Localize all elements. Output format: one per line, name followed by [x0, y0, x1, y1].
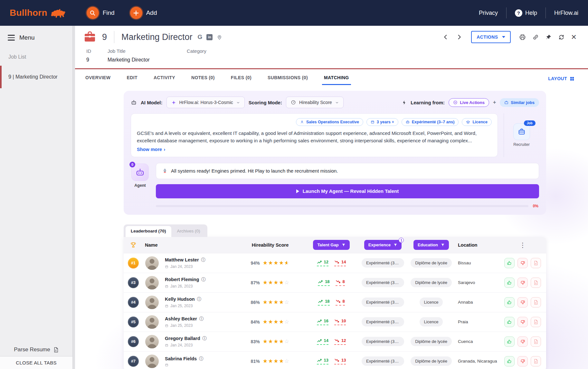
tab-leaderboard[interactable]: Leaderboard (70) [126, 226, 171, 237]
launch-agent-label: Launch My Agent — Reveal Hidden Talent [303, 188, 399, 194]
sidebar-item-active-job[interactable]: 9 | Marketing Director [0, 66, 75, 88]
star-filled-icon: ★ [263, 279, 268, 286]
thumbs-up-button[interactable] [504, 356, 515, 366]
grid-icon [570, 76, 574, 81]
calendar-icon [165, 265, 168, 269]
close-icon[interactable]: × [571, 33, 576, 42]
scoring-mode-select[interactable]: Hireability Score [286, 97, 344, 108]
thumbs-down-button[interactable] [517, 278, 528, 288]
search-icon [87, 7, 99, 19]
recruiter-card[interactable]: Job [513, 123, 530, 140]
talent-gap-filter-button[interactable]: Talent Gap [313, 240, 349, 250]
previous-record-button[interactable] [442, 33, 449, 41]
location-pin-icon[interactable] [217, 34, 222, 40]
privacy-link[interactable]: Privacy [479, 10, 498, 16]
tab-submissions[interactable]: SUBMISSIONS (0) [266, 75, 310, 85]
info-icon[interactable]: ⓘ [201, 277, 206, 282]
star-filled-icon: ★ [273, 299, 279, 305]
job-tag[interactable]: 3 years + [366, 118, 398, 126]
ai-model-select[interactable]: HrFlow.ai: Horus-3-Cosmic [166, 97, 245, 108]
avatar [145, 296, 159, 309]
candidate-name[interactable]: Matthew Lester [165, 257, 199, 262]
info-icon[interactable]: ⓘ [199, 356, 204, 362]
link-icon[interactable] [532, 34, 539, 41]
pin-icon[interactable] [545, 34, 552, 40]
hrflow-link[interactable]: HrFlow.ai [554, 10, 578, 16]
candidate-name[interactable]: Ashley Becker [165, 316, 197, 321]
launch-agent-button[interactable]: Launch My Agent — Reveal Hidden Talent [156, 184, 539, 198]
bullhorn-logo[interactable]: Bullhorn [10, 7, 66, 19]
score-percent: 86% [251, 300, 260, 305]
show-more-link[interactable]: Show more › [137, 147, 165, 152]
education-pill: Licence [420, 317, 443, 326]
close-all-tabs-button[interactable]: CLOSE ALL TABS [0, 356, 72, 369]
resume-pdf-button[interactable] [531, 258, 541, 268]
sidebar-item-job-list[interactable]: Job List [0, 46, 75, 60]
table-menu-icon[interactable]: ⋮ [499, 241, 546, 249]
candidate-name[interactable]: Gregory Ballard [165, 336, 200, 341]
refresh-icon[interactable] [558, 34, 565, 41]
candidate-name[interactable]: Sabrina Fields [165, 356, 197, 361]
thumbs-down-button[interactable] [517, 258, 528, 268]
tab-matching[interactable]: MATCHING [322, 75, 351, 85]
thumbs-down-button[interactable] [517, 317, 528, 327]
brand-name: Bullhorn [10, 8, 47, 18]
score-percent: 87% [251, 280, 260, 285]
job-tag[interactable]: Licence [462, 118, 492, 126]
google-icon[interactable]: G [198, 33, 203, 41]
resume-pdf-button[interactable] [531, 336, 541, 347]
actions-dropdown[interactable]: ACTIONS [471, 31, 511, 43]
score-percent: 83% [251, 339, 260, 344]
resume-pdf-button[interactable] [531, 317, 541, 327]
tab-notes[interactable]: NOTES (0) [189, 75, 217, 85]
candidate-name[interactable]: Kelly Hudson [165, 297, 195, 302]
info-icon[interactable]: ⓘ [199, 316, 204, 322]
candidate-name[interactable]: Robert Fleming [165, 277, 199, 282]
agent-message: All systems ready! Engines primed. Hit P… [156, 163, 539, 179]
job-tag[interactable]: Expérimenté (3–7 ans) [402, 118, 459, 126]
star-filled-icon: ★ [273, 338, 279, 345]
gap-up-value: 18 [325, 279, 329, 284]
experience-filter-button[interactable]: Experience 1 [364, 240, 402, 250]
thumbs-down-button[interactable] [517, 336, 528, 347]
job-tag-label: 3 years + [377, 120, 394, 124]
experience-pill: Expérimenté (3–... [362, 278, 404, 287]
thumbs-up-button[interactable] [504, 336, 515, 347]
education-filter-label: Education [418, 242, 438, 247]
menu-button[interactable]: Menu [0, 26, 75, 46]
parse-resume-button[interactable]: Parse Resume [0, 346, 72, 353]
info-icon[interactable]: ⓘ [201, 257, 206, 263]
resume-pdf-button[interactable] [531, 278, 541, 288]
thumbs-up-button[interactable] [504, 258, 515, 268]
info-icon[interactable]: ⓘ [197, 296, 202, 302]
leaderboard-table: Name Hireability Score Talent Gap Experi… [124, 237, 546, 369]
add-button[interactable]: Add [130, 7, 157, 19]
tab-files[interactable]: FILES (0) [229, 75, 253, 85]
layout-button[interactable]: LAYOUT [548, 76, 574, 81]
tab-activity[interactable]: ACTIVITY [152, 75, 177, 85]
resume-pdf-button[interactable] [531, 297, 541, 308]
activity-icon [453, 100, 458, 105]
thumbs-down-button[interactable] [517, 356, 528, 366]
find-button[interactable]: Find [87, 7, 115, 19]
play-icon [296, 189, 299, 193]
job-tag[interactable]: Sales Operations Executive [296, 118, 363, 126]
resume-pdf-button[interactable] [531, 356, 541, 366]
info-icon[interactable]: ⓘ [203, 336, 207, 341]
thumbs-down-button[interactable] [517, 297, 528, 308]
tab-archives[interactable]: Archives (0) [172, 226, 205, 237]
next-record-button[interactable] [456, 33, 463, 41]
print-icon[interactable] [519, 34, 526, 41]
thumbs-up-button[interactable] [504, 317, 515, 327]
live-actions-pill[interactable]: Live Actions [449, 98, 489, 107]
sidebar-scrollbar[interactable] [72, 26, 75, 369]
thumbs-up-button[interactable] [504, 297, 515, 308]
help-link[interactable]: ? Help [515, 9, 537, 17]
location-text: Cuenca [455, 339, 499, 344]
tab-overview[interactable]: OVERVIEW [83, 75, 112, 85]
tab-edit[interactable]: EDIT [125, 75, 139, 85]
education-filter-button[interactable]: Education [413, 240, 449, 250]
similar-jobs-pill[interactable]: Similar jobs [500, 98, 539, 107]
thumbs-up-button[interactable] [504, 278, 515, 288]
linkedin-icon[interactable]: in [206, 34, 213, 40]
